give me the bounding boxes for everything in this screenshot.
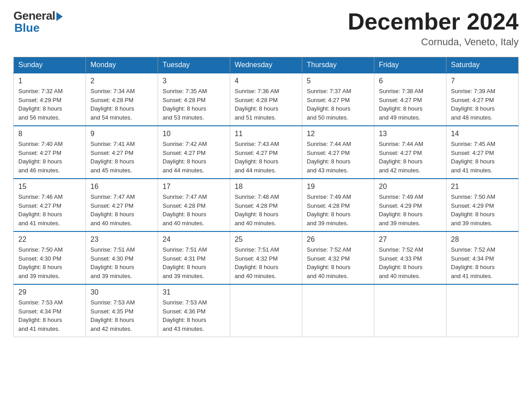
day-number: 7: [451, 77, 514, 85]
title-block: December 2024 Cornuda, Veneto, Italy: [348, 9, 519, 48]
day-number: 9: [90, 130, 153, 138]
calendar-week-row: 29 Sunrise: 7:53 AM Sunset: 4:34 PM Dayl…: [14, 284, 519, 337]
day-number: 12: [307, 130, 369, 138]
sunrise-label: Sunrise: 7:53 AM: [163, 299, 207, 306]
day-info: Sunrise: 7:39 AM Sunset: 4:27 PM Dayligh…: [451, 87, 514, 122]
day-info: Sunrise: 7:34 AM Sunset: 4:28 PM Dayligh…: [90, 87, 153, 122]
sunset-label: Sunset: 4:27 PM: [163, 150, 206, 156]
daylight-minutes: and 53 minutes.: [163, 114, 204, 121]
day-number: 30: [90, 288, 153, 296]
day-info: Sunrise: 7:48 AM Sunset: 4:28 PM Dayligh…: [235, 193, 297, 227]
daylight-label: Daylight: 8 hours: [379, 158, 423, 165]
day-number: 31: [163, 288, 225, 296]
logo-blue-text: Blue: [13, 21, 39, 35]
sunrise-label: Sunrise: 7:49 AM: [307, 193, 351, 200]
daylight-minutes: and 40 minutes.: [379, 273, 420, 279]
day-info: Sunrise: 7:47 AM Sunset: 4:28 PM Dayligh…: [163, 193, 225, 227]
table-row: [302, 284, 374, 337]
sunrise-label: Sunrise: 7:49 AM: [379, 193, 423, 200]
daylight-label: Daylight: 8 hours: [90, 158, 134, 165]
daylight-minutes: and 43 minutes.: [163, 325, 204, 332]
daylight-label: Daylight: 8 hours: [163, 264, 206, 270]
col-sunday: Sunday: [14, 57, 86, 73]
sunrise-label: Sunrise: 7:42 AM: [163, 141, 207, 147]
day-number: 4: [235, 77, 297, 85]
table-row: 15 Sunrise: 7:46 AM Sunset: 4:27 PM Dayl…: [14, 179, 86, 231]
sunset-label: Sunset: 4:27 PM: [307, 150, 350, 156]
table-row: 17 Sunrise: 7:47 AM Sunset: 4:28 PM Dayl…: [158, 179, 230, 231]
col-wednesday: Wednesday: [230, 57, 302, 73]
table-row: 16 Sunrise: 7:47 AM Sunset: 4:27 PM Dayl…: [86, 179, 158, 231]
day-info: Sunrise: 7:51 AM Sunset: 4:32 PM Dayligh…: [235, 245, 297, 280]
daylight-label: Daylight: 8 hours: [451, 158, 495, 165]
day-info: Sunrise: 7:40 AM Sunset: 4:27 PM Dayligh…: [18, 140, 81, 175]
daylight-label: Daylight: 8 hours: [235, 105, 279, 112]
sunset-label: Sunset: 4:32 PM: [307, 255, 350, 262]
sunrise-label: Sunrise: 7:47 AM: [90, 193, 135, 200]
sunset-label: Sunset: 4:29 PM: [18, 97, 61, 103]
daylight-label: Daylight: 8 hours: [163, 317, 206, 323]
sunset-label: Sunset: 4:33 PM: [379, 255, 422, 262]
table-row: 27 Sunrise: 7:52 AM Sunset: 4:33 PM Dayl…: [374, 231, 446, 284]
table-row: 21 Sunrise: 7:50 AM Sunset: 4:29 PM Dayl…: [446, 179, 519, 231]
daylight-minutes: and 41 minutes.: [18, 325, 60, 332]
table-row: 29 Sunrise: 7:53 AM Sunset: 4:34 PM Dayl…: [14, 284, 86, 337]
day-number: 23: [90, 235, 153, 244]
sunrise-label: Sunrise: 7:38 AM: [379, 88, 423, 94]
table-row: 1 Sunrise: 7:32 AM Sunset: 4:29 PM Dayli…: [14, 73, 86, 126]
sunrise-label: Sunrise: 7:36 AM: [235, 88, 279, 94]
calendar-header-row: Sunday Monday Tuesday Wednesday Thursday…: [14, 57, 519, 73]
sunset-label: Sunset: 4:27 PM: [235, 150, 278, 156]
day-info: Sunrise: 7:49 AM Sunset: 4:29 PM Dayligh…: [379, 193, 442, 227]
sunset-label: Sunset: 4:27 PM: [90, 202, 133, 209]
calendar-table: Sunday Monday Tuesday Wednesday Thursday…: [13, 57, 519, 337]
day-info: Sunrise: 7:45 AM Sunset: 4:27 PM Dayligh…: [451, 140, 514, 175]
day-number: 29: [18, 288, 81, 296]
sunrise-label: Sunrise: 7:35 AM: [163, 88, 207, 94]
day-info: Sunrise: 7:44 AM Sunset: 4:27 PM Dayligh…: [307, 140, 369, 175]
sunset-label: Sunset: 4:27 PM: [379, 150, 422, 156]
daylight-minutes: and 46 minutes.: [18, 167, 60, 174]
table-row: 14 Sunrise: 7:45 AM Sunset: 4:27 PM Dayl…: [446, 126, 519, 179]
daylight-minutes: and 49 minutes.: [379, 114, 420, 121]
sunset-label: Sunset: 4:31 PM: [163, 255, 206, 262]
sunrise-label: Sunrise: 7:45 AM: [451, 141, 495, 147]
daylight-minutes: and 43 minutes.: [307, 167, 348, 174]
day-info: Sunrise: 7:52 AM Sunset: 4:32 PM Dayligh…: [307, 245, 369, 280]
day-info: Sunrise: 7:43 AM Sunset: 4:27 PM Dayligh…: [235, 140, 297, 175]
daylight-minutes: and 44 minutes.: [163, 167, 204, 174]
sunrise-label: Sunrise: 7:53 AM: [90, 299, 135, 306]
day-info: Sunrise: 7:41 AM Sunset: 4:27 PM Dayligh…: [90, 140, 153, 175]
day-number: 17: [163, 183, 225, 191]
day-info: Sunrise: 7:46 AM Sunset: 4:27 PM Dayligh…: [18, 193, 81, 227]
table-row: 12 Sunrise: 7:44 AM Sunset: 4:27 PM Dayl…: [302, 126, 374, 179]
day-number: 8: [18, 130, 81, 138]
table-row: 18 Sunrise: 7:48 AM Sunset: 4:28 PM Dayl…: [230, 179, 302, 231]
table-row: [446, 284, 519, 337]
table-row: 13 Sunrise: 7:44 AM Sunset: 4:27 PM Dayl…: [374, 126, 446, 179]
daylight-label: Daylight: 8 hours: [307, 158, 351, 165]
table-row: 8 Sunrise: 7:40 AM Sunset: 4:27 PM Dayli…: [14, 126, 86, 179]
day-info: Sunrise: 7:53 AM Sunset: 4:35 PM Dayligh…: [90, 298, 153, 333]
sunrise-label: Sunrise: 7:51 AM: [163, 246, 207, 253]
daylight-label: Daylight: 8 hours: [163, 105, 206, 112]
day-number: 19: [307, 183, 369, 191]
day-number: 13: [379, 130, 442, 138]
day-info: Sunrise: 7:38 AM Sunset: 4:27 PM Dayligh…: [379, 87, 442, 122]
table-row: 25 Sunrise: 7:51 AM Sunset: 4:32 PM Dayl…: [230, 231, 302, 284]
daylight-minutes: and 40 minutes.: [90, 220, 132, 227]
daylight-minutes: and 40 minutes.: [235, 220, 276, 227]
day-number: 1: [18, 77, 81, 85]
day-info: Sunrise: 7:47 AM Sunset: 4:27 PM Dayligh…: [90, 193, 153, 227]
day-number: 25: [235, 235, 297, 244]
daylight-minutes: and 40 minutes.: [307, 273, 348, 279]
sunset-label: Sunset: 4:30 PM: [90, 255, 133, 262]
table-row: 20 Sunrise: 7:49 AM Sunset: 4:29 PM Dayl…: [374, 179, 446, 231]
day-info: Sunrise: 7:53 AM Sunset: 4:36 PM Dayligh…: [163, 298, 225, 333]
table-row: [374, 284, 446, 337]
sunset-label: Sunset: 4:27 PM: [451, 150, 494, 156]
sunset-label: Sunset: 4:27 PM: [307, 97, 350, 103]
table-row: 7 Sunrise: 7:39 AM Sunset: 4:27 PM Dayli…: [446, 73, 519, 126]
daylight-minutes: and 42 minutes.: [90, 325, 132, 332]
table-row: 30 Sunrise: 7:53 AM Sunset: 4:35 PM Dayl…: [86, 284, 158, 337]
